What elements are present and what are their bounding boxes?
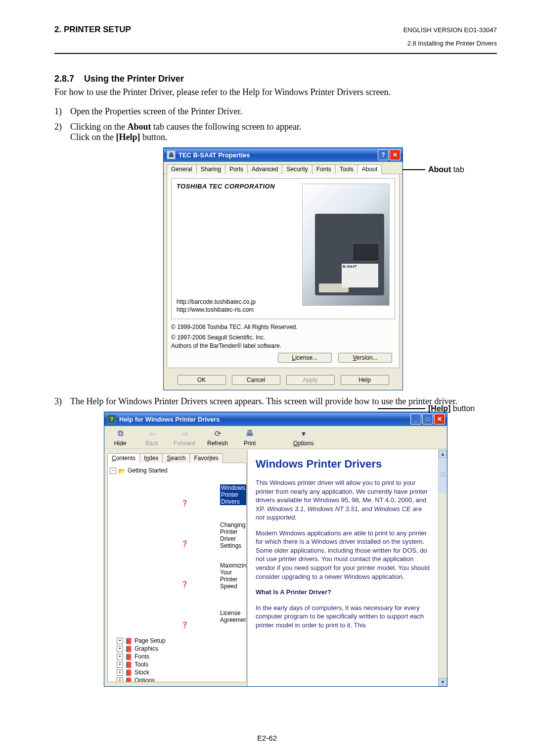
tree-license[interactable]: ❓ License Agreement bbox=[127, 597, 244, 636]
callout-line-help bbox=[378, 408, 425, 409]
toolbar-hide[interactable]: ⧉ Hide bbox=[110, 428, 130, 447]
toolbar-refresh[interactable]: ⟳ Refresh bbox=[207, 428, 228, 447]
help-toolbar: ⧉ Hide ⇦ Back ⇨ Forward ⟳ Refresh 🖶 P bbox=[104, 426, 447, 449]
step-2-pre: Clicking on the bbox=[70, 122, 128, 132]
options-icon: ▾ bbox=[297, 428, 310, 439]
tree-fonts[interactable]: +📕 Fonts bbox=[117, 653, 244, 660]
tree-graphics[interactable]: +📕 Graphics bbox=[117, 645, 244, 652]
apply-button: Apply bbox=[286, 375, 335, 385]
step-2b-bold: [Help] bbox=[116, 132, 140, 142]
help-content: Windows Printer Drivers This Windows pri… bbox=[248, 450, 447, 686]
version-button[interactable]: VVersion...ersion... bbox=[338, 353, 392, 363]
closed-book-icon: 📕 bbox=[125, 662, 133, 668]
tab-ports[interactable]: Ports bbox=[225, 164, 248, 174]
properties-dialog-wrapper: 🖶 TEC B-SA4T Properties ? ✕ General Shar… bbox=[163, 147, 403, 390]
tab-security[interactable]: Security bbox=[282, 164, 312, 174]
step-2b-pre: Click on the bbox=[70, 132, 116, 142]
tab-fonts[interactable]: Fonts bbox=[312, 164, 336, 174]
help-titlebar[interactable]: ? Help for Windows Printer Drivers _ □ ✕ bbox=[104, 412, 447, 426]
printer-label: B-SA4T bbox=[342, 264, 378, 287]
help-window-title: Help for Windows Printer Drivers bbox=[119, 416, 410, 423]
tree-tools[interactable]: +📕 Tools bbox=[117, 661, 244, 668]
tree-page-setup[interactable]: +📕 Page Setup bbox=[117, 637, 244, 644]
titlebar[interactable]: 🖶 TEC B-SA4T Properties ? ✕ bbox=[164, 148, 402, 162]
scroll-up-icon[interactable]: ▲ bbox=[439, 450, 447, 458]
vertical-scrollbar[interactable]: ▲ ▼ bbox=[438, 450, 447, 686]
back-icon: ⇦ bbox=[145, 428, 158, 439]
copyright-1: © 1999-2006 Toshiba TEC. All Rights Rese… bbox=[171, 323, 395, 331]
step-2: 2) Clicking on the About tab causes the … bbox=[54, 122, 497, 142]
help-nav-panel: ContentsContents IndexIndex SearchSearch… bbox=[104, 450, 248, 686]
toolbar-back: ⇦ Back bbox=[142, 428, 162, 447]
close-icon[interactable]: ✕ bbox=[434, 414, 445, 425]
step-1: 1) Open the Properties screen of the Pri… bbox=[54, 106, 497, 117]
callout-line-about bbox=[402, 169, 425, 170]
section-number: 2.8.7 bbox=[54, 74, 74, 84]
hide-icon: ⧉ bbox=[114, 428, 127, 439]
tree-getting-started[interactable]: − 📂 Getting Started bbox=[110, 467, 244, 474]
step-1-text: Open the Properties screen of the Printe… bbox=[70, 106, 242, 117]
tab-advanced[interactable]: Advanced bbox=[247, 164, 282, 174]
scroll-down-icon[interactable]: ▼ bbox=[439, 678, 447, 686]
properties-dialog: 🖶 TEC B-SA4T Properties ? ✕ General Shar… bbox=[163, 147, 403, 390]
toolbar-options[interactable]: ▾ OptionsOptions bbox=[293, 428, 313, 447]
closed-book-icon: 📕 bbox=[125, 669, 133, 676]
help-page-icon: ❓ bbox=[127, 475, 218, 515]
nav-tab-contents[interactable]: ContentsContents bbox=[107, 453, 140, 463]
step-2-post: tab causes the following screen to appea… bbox=[151, 122, 302, 132]
scroll-thumb[interactable] bbox=[439, 458, 447, 493]
close-icon[interactable]: ✕ bbox=[390, 149, 400, 160]
help-button[interactable]: Help bbox=[341, 375, 389, 385]
tree-wpd[interactable]: ❓ Windows Printer Drivers bbox=[127, 475, 244, 515]
nav-tab-favorites[interactable]: FavoritesFavorites bbox=[189, 453, 222, 463]
toolbar-forward: ⇨ Forward bbox=[174, 428, 195, 447]
copyright-3: Authors of the BarTender® label software… bbox=[171, 342, 281, 349]
tab-about[interactable]: About bbox=[357, 164, 382, 174]
toolbar-print[interactable]: 🖶 Print bbox=[240, 428, 260, 447]
tree-options[interactable]: +📕 Options bbox=[117, 677, 244, 682]
titlebar-help-icon[interactable]: ? bbox=[378, 149, 389, 160]
header-section: 2. PRINTER SETUP bbox=[54, 25, 131, 35]
contents-tree[interactable]: − 📂 Getting Started ❓ Windows Printer Dr… bbox=[107, 463, 247, 682]
step-1-num: 1) bbox=[54, 106, 70, 117]
help-window-wrapper: ? Help for Windows Printer Drivers _ □ ✕… bbox=[104, 412, 447, 687]
tab-tools[interactable]: Tools bbox=[335, 164, 358, 174]
nav-tab-index[interactable]: IndexIndex bbox=[139, 453, 163, 463]
vendor-url-2: http://www.toshibatec-ris.com bbox=[177, 306, 256, 314]
print-icon: 🖶 bbox=[243, 428, 256, 439]
step-2-num: 2) bbox=[54, 122, 70, 142]
closed-book-icon: 📕 bbox=[125, 677, 133, 683]
refresh-icon: ⟳ bbox=[211, 428, 224, 439]
license-button[interactable]: LLicense...icense... bbox=[278, 353, 332, 363]
cancel-button[interactable]: Cancel bbox=[232, 375, 280, 385]
copyright-2: © 1997-2006 Seagull Scientific, Inc. bbox=[171, 334, 265, 341]
content-p3: In the early days of computers, it was n… bbox=[256, 604, 430, 630]
tree-changing[interactable]: ❓ Changing Printer Driver Settings bbox=[127, 516, 244, 555]
minimize-icon[interactable]: _ bbox=[410, 414, 421, 425]
closed-book-icon: 📕 bbox=[125, 654, 133, 660]
nav-tab-search[interactable]: SearchSearch bbox=[162, 453, 190, 463]
about-panel-inner: TOSHIBA TEC CORPORATION B-SA4T http://ba… bbox=[171, 178, 395, 319]
callout-help-button: [Help] button bbox=[428, 404, 475, 413]
content-subhead: What Is A Printer Driver? bbox=[256, 588, 430, 597]
content-p1: This Windows printer driver will allow y… bbox=[256, 478, 430, 522]
printer-image: B-SA4T bbox=[302, 184, 390, 306]
ok-button[interactable]: OK bbox=[178, 375, 226, 385]
help-window: ? Help for Windows Printer Drivers _ □ ✕… bbox=[104, 412, 447, 687]
help-page-icon: ❓ bbox=[127, 556, 218, 596]
tree-maximizing[interactable]: ❓ Maximizing Your Printer Speed bbox=[127, 556, 244, 596]
step-2-bold: About bbox=[128, 122, 151, 132]
content-heading: Windows Printer Drivers bbox=[256, 457, 430, 472]
help-page-icon: ❓ bbox=[127, 516, 218, 555]
app-icon: 🖶 bbox=[167, 150, 176, 159]
step-3-text: The Help for Windows Printer Drivers scr… bbox=[70, 396, 457, 407]
forward-icon: ⇨ bbox=[178, 428, 191, 439]
section-name: Using the Printer Driver bbox=[84, 74, 184, 84]
tree-stock[interactable]: +📕 Stock bbox=[117, 669, 244, 676]
vendor-url-1: http://barcode.toshibatec.co.jp bbox=[177, 298, 256, 306]
header-version: ENGLISH VERSION EO1-33047 bbox=[403, 26, 497, 34]
maximize-icon[interactable]: □ bbox=[422, 414, 433, 425]
tab-general[interactable]: General bbox=[167, 164, 197, 174]
closed-book-icon: 📕 bbox=[125, 646, 133, 652]
tab-sharing[interactable]: Sharing bbox=[196, 164, 225, 174]
